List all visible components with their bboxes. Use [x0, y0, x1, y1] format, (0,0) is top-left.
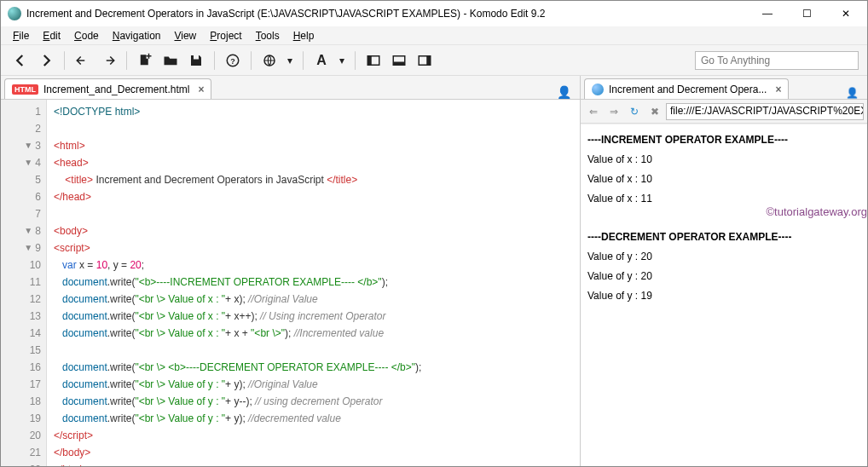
code-editor[interactable]: 12▼3▼4567▼8▼910111213141516171819202122 …	[1, 100, 580, 466]
close-tab-icon[interactable]: ×	[775, 84, 781, 95]
nav-forward-icon[interactable]: ⇒	[605, 102, 623, 121]
editor-tab[interactable]: HTML Increment_and_Decrement.html ×	[4, 78, 211, 99]
svg-rect-9	[393, 61, 405, 65]
preview-line: Value of y : 20	[587, 270, 652, 282]
minimize-button[interactable]: ―	[748, 2, 787, 26]
dropdown-icon[interactable]: ▾	[336, 49, 348, 72]
preview-line: Value of x : 11	[587, 193, 652, 205]
globe-icon[interactable]	[258, 49, 281, 72]
forward-icon[interactable]	[35, 49, 57, 72]
stop-icon[interactable]: ✖	[645, 102, 664, 121]
redo-icon[interactable]	[97, 49, 119, 72]
preview-line: Value of x : 10	[587, 153, 652, 165]
preview-line: Value of x : 10	[587, 173, 652, 185]
separator	[303, 51, 304, 70]
font-icon[interactable]: A	[310, 49, 333, 72]
back-icon[interactable]	[9, 49, 32, 72]
panel-left-icon[interactable]	[362, 49, 385, 72]
separator	[355, 51, 356, 70]
preview-line: Value of y : 19	[587, 290, 652, 302]
separator	[214, 51, 215, 70]
menu-edit[interactable]: Edit	[36, 28, 67, 43]
preview-line: Value of y : 20	[587, 251, 652, 262]
dropdown-icon[interactable]: ▾	[284, 49, 296, 72]
separator	[251, 51, 252, 70]
menu-bar: File Edit Code Navigation View Project T…	[1, 26, 867, 45]
maximize-button[interactable]: ☐	[787, 2, 826, 26]
file-type-badge: HTML	[12, 84, 38, 95]
user-icon[interactable]: 👤	[846, 87, 859, 99]
watermark: ©tutorialgateway.org	[767, 203, 867, 222]
reload-icon[interactable]: ↻	[625, 102, 644, 121]
line-gutter: 12▼3▼4567▼8▼910111213141516171819202122	[1, 100, 47, 466]
nav-back-icon[interactable]: ⇐	[584, 102, 603, 121]
close-button[interactable]: ✕	[826, 2, 865, 26]
preview-heading: ----DECREMENT OPERATOR EXAMPLE----	[587, 231, 792, 243]
user-icon[interactable]: 👤	[557, 85, 571, 99]
help-icon[interactable]: ?	[222, 49, 244, 72]
editor-tab-label: Increment_and_Decrement.html	[43, 84, 189, 95]
toolbar: ? ▾ A ▾	[1, 45, 867, 76]
editor-tabbar: HTML Increment_and_Decrement.html × 👤	[1, 76, 580, 100]
menu-file[interactable]: File	[6, 28, 36, 43]
save-icon[interactable]	[185, 49, 207, 72]
panel-right-icon[interactable]	[414, 49, 436, 72]
preview-tab-label: Increment and Decrement Opera...	[609, 84, 767, 95]
menu-view[interactable]: View	[167, 28, 203, 43]
window-title: Increment and Decrement Operators in Jav…	[26, 8, 748, 20]
panel-bottom-icon[interactable]	[388, 49, 410, 72]
code-body[interactable]: <!DOCTYPE html><html><head> <title> Incr…	[47, 100, 580, 466]
globe-icon	[592, 84, 604, 95]
menu-navigation[interactable]: Navigation	[106, 28, 168, 43]
preview-heading: ----INCREMENT OPERATOR EXAMPLE----	[587, 134, 788, 146]
undo-icon[interactable]	[72, 49, 94, 72]
app-icon	[8, 7, 21, 20]
svg-rect-11	[426, 55, 431, 65]
close-tab-icon[interactable]: ×	[198, 84, 204, 95]
separator	[64, 51, 65, 70]
preview-tabbar: Increment and Decrement Opera... × 👤	[581, 76, 867, 100]
svg-text:?: ?	[230, 56, 235, 65]
menu-project[interactable]: Project	[203, 28, 248, 43]
svg-rect-2	[194, 55, 199, 60]
menu-help[interactable]: Help	[286, 28, 321, 43]
url-field[interactable]: file:///E:/JAVASCRIPT/JAVASCRIPT%20EXA	[666, 103, 864, 120]
new-file-icon[interactable]	[134, 49, 156, 72]
preview-body: ----INCREMENT OPERATOR EXAMPLE---- Value…	[581, 124, 867, 466]
menu-tools[interactable]: Tools	[249, 28, 286, 43]
preview-navbar: ⇐ ⇒ ↻ ✖ file:///E:/JAVASCRIPT/JAVASCRIPT…	[581, 100, 867, 124]
menu-code[interactable]: Code	[67, 28, 106, 43]
open-folder-icon[interactable]	[159, 49, 182, 72]
separator	[126, 51, 127, 70]
search-input[interactable]	[695, 51, 859, 70]
window-titlebar: Increment and Decrement Operators in Jav…	[1, 1, 867, 26]
preview-pane: Increment and Decrement Opera... × 👤 ⇐ ⇒…	[581, 76, 867, 466]
preview-tab[interactable]: Increment and Decrement Opera... ×	[584, 78, 789, 99]
svg-rect-7	[367, 55, 372, 65]
editor-pane: HTML Increment_and_Decrement.html × 👤 12…	[1, 76, 581, 466]
